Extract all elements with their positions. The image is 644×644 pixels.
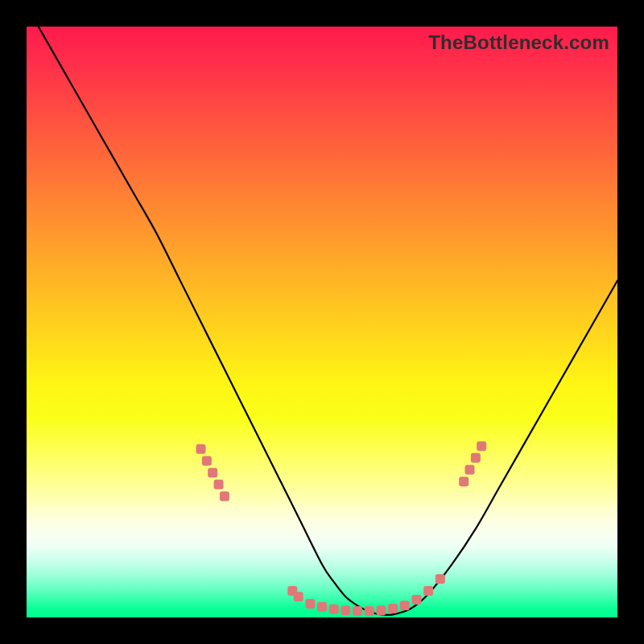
watermark-text: TheBottleneck.com <box>428 31 609 54</box>
gradient-background <box>27 27 617 617</box>
plot-area: TheBottleneck.com <box>27 27 617 617</box>
chart-frame: TheBottleneck.com <box>0 0 644 644</box>
